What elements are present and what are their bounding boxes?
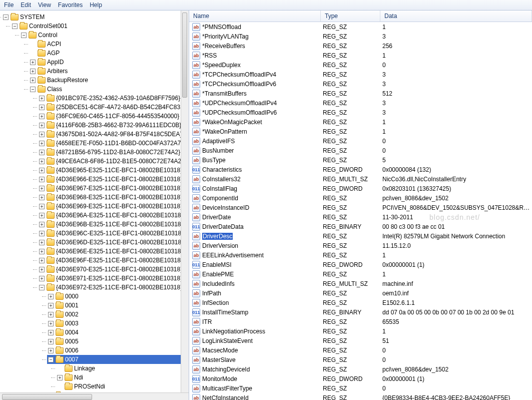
tree-item[interactable]: 0003 — [47, 319, 189, 328]
expand-icon[interactable] — [39, 276, 45, 281]
tree-item[interactable]: {4D36E96F-E325-11CE-BFC1-08002BE10318} — [38, 256, 189, 265]
tree-item[interactable]: ACPI — [29, 40, 189, 49]
expand-icon[interactable] — [39, 132, 45, 137]
tree-item[interactable]: {4D36E969-E325-11CE-BFC1-08002BE10318} — [38, 202, 189, 211]
value-row[interactable]: abMatchingDeviceIdREG_SZpci\ven_8086&dev… — [189, 364, 532, 374]
tree-item[interactable]: {4D36E96A-E325-11CE-BFC1-08002BE10318} — [38, 211, 189, 220]
expand-icon[interactable] — [39, 96, 45, 101]
collapse-icon[interactable] — [48, 357, 54, 362]
expand-icon[interactable] — [30, 69, 36, 74]
expand-icon[interactable] — [39, 249, 45, 254]
expand-icon[interactable] — [48, 330, 54, 335]
expand-icon[interactable] — [39, 123, 45, 128]
expand-icon[interactable] — [39, 204, 45, 209]
value-row[interactable]: abDriverVersionREG_SZ11.15.12.0 — [189, 241, 532, 250]
tree-item[interactable]: {091BC97E-2352-4362-A539-10A6D8FF7596} — [38, 94, 189, 103]
expand-icon[interactable] — [39, 213, 45, 218]
tree-item[interactable]: {4D36E966-E325-11CE-BFC1-08002BE10318} — [38, 175, 189, 184]
expand-icon[interactable] — [39, 267, 45, 272]
value-row[interactable]: abEEELinkAdvertisementREG_SZ1 — [189, 250, 532, 260]
tree-item[interactable]: AppID — [29, 58, 189, 67]
collapse-icon[interactable] — [30, 87, 36, 92]
menu-view[interactable]: View — [38, 2, 51, 9]
value-row[interactable]: abComponentIdREG_SZpci\ven_8086&dev_1502 — [189, 193, 532, 203]
tree-item[interactable]: {4D36E970-E325-11CE-BFC1-08002BE10318} — [38, 265, 189, 274]
expand-icon[interactable] — [48, 312, 54, 317]
expand-icon[interactable] — [39, 159, 45, 164]
value-row[interactable]: abDriverDateREG_SZ11-30-2011 — [189, 212, 532, 222]
menu-edit[interactable]: Edit — [21, 2, 31, 9]
expand-icon[interactable] — [39, 240, 45, 245]
tree-item[interactable]: 0007 — [47, 355, 189, 364]
tree-item[interactable]: {43675D81-502A-4A82-9F84-B75F418C5DEA} — [38, 130, 189, 139]
value-row[interactable]: 011MonitorModeREG_DWORD0x00000001 (1) — [189, 374, 532, 383]
menu-favorites[interactable]: Favorites — [58, 2, 83, 9]
value-row[interactable]: ab*ReceiveBuffersREG_SZ256 — [189, 41, 532, 51]
value-row[interactable]: ab*PriorityVLANTagREG_SZ3 — [189, 32, 532, 41]
tree-item[interactable]: Class — [29, 85, 189, 94]
tree-horizontal-scrollbar[interactable] — [0, 392, 189, 400]
expand-icon[interactable] — [39, 105, 45, 110]
tree-item[interactable]: SYSTEM — [2, 13, 189, 22]
value-row[interactable]: 011EnableMSIREG_DWORD0x00000001 (1) — [189, 260, 532, 269]
value-row[interactable]: abITRREG_SZ65535 — [189, 317, 532, 326]
scrollbar-thumb[interactable] — [2, 394, 92, 400]
tree-vertical-scrollbar[interactable] — [181, 11, 189, 400]
tree-item[interactable]: {4D36E971-E325-11CE-BFC1-08002BE10318} — [38, 274, 189, 283]
tree-item[interactable]: {4D36E972-E325-11CE-BFC1-08002BE10318} — [38, 283, 189, 292]
column-name-header[interactable]: Name — [189, 11, 321, 22]
tree-item[interactable]: 0005 — [47, 337, 189, 346]
tree-item[interactable]: Control — [20, 31, 189, 40]
value-row[interactable]: ab*TCPChecksumOffloadIPv4REG_SZ3 — [189, 70, 532, 79]
expand-icon[interactable] — [48, 339, 54, 344]
tree-item[interactable]: PROSetNdi — [56, 382, 189, 391]
tree-item[interactable]: BackupRestore — [29, 76, 189, 85]
value-row[interactable]: ab*PMNSOffloadREG_SZ1 — [189, 22, 532, 32]
menu-file[interactable]: File — [4, 2, 14, 9]
tree-item[interactable]: 0001 — [47, 301, 189, 310]
value-row[interactable]: abMacsecModeREG_SZ0 — [189, 345, 532, 355]
expand-icon[interactable] — [39, 168, 45, 173]
value-row[interactable]: abAdaptiveIFSREG_SZ0 — [189, 136, 532, 146]
collapse-icon[interactable] — [21, 33, 27, 38]
values-pane[interactable]: Name Type Data ab*PMNSOffloadREG_SZ1ab*P… — [189, 11, 532, 400]
value-row[interactable]: ab*TCPChecksumOffloadIPv6REG_SZ3 — [189, 79, 532, 89]
expand-icon[interactable] — [39, 141, 45, 146]
value-row[interactable]: abCoInstallers32REG_MULTI_SZNicCo36.dll,… — [189, 174, 532, 184]
tree-item[interactable]: ControlSet001 — [11, 22, 189, 31]
tree-item[interactable]: {4D36E968-E325-11CE-BFC1-08002BE10318} — [38, 193, 189, 202]
tree-item[interactable]: 0004 — [47, 328, 189, 337]
tree-item[interactable]: 0002 — [47, 310, 189, 319]
tree-item[interactable]: {4116F60B-25B3-4662-B732-99A6111EDC0B} — [38, 121, 189, 130]
value-row[interactable]: abBusTypeREG_SZ5 — [189, 155, 532, 165]
value-row[interactable]: 011DriverDateDataREG_BINARY00 80 c3 00 f… — [189, 222, 532, 231]
collapse-icon[interactable] — [12, 24, 18, 29]
tree-item[interactable]: {4658EE7E-F050-11D1-B6BD-00C04FA372A7} — [38, 139, 189, 148]
value-row[interactable]: abEnablePMEREG_SZ1 — [189, 269, 532, 279]
tree-item[interactable]: 0000 — [47, 292, 189, 301]
value-row[interactable]: ab*TransmitBuffersREG_SZ512 — [189, 89, 532, 98]
tree-item[interactable]: {4D36E96C-E325-11CE-BFC1-08002BE10318} — [38, 229, 189, 238]
value-row[interactable]: abMasterSlaveREG_SZ0 — [189, 355, 532, 364]
value-row[interactable]: 011CharacteristicsREG_DWORD0x00000084 (1… — [189, 165, 532, 174]
value-row[interactable]: 011InstallTimeStampREG_BINARYdd 07 0a 00… — [189, 307, 532, 317]
expand-icon[interactable] — [39, 150, 45, 155]
expand-icon[interactable] — [39, 186, 45, 191]
expand-icon[interactable] — [48, 303, 54, 308]
value-row[interactable]: ab*WakeOnMagicPacketREG_SZ1 — [189, 117, 532, 127]
column-type-header[interactable]: Type — [321, 11, 380, 22]
expand-icon[interactable] — [39, 258, 45, 263]
tree-item[interactable]: 0006 — [47, 346, 189, 355]
expand-icon[interactable] — [39, 231, 45, 236]
expand-icon[interactable] — [48, 348, 54, 353]
tree-item[interactable]: {48721B56-6795-11D2-B1A8-0080C72E74A2} — [38, 148, 189, 157]
value-row[interactable]: abDeviceInstanceIDREG_SZPCI\VEN_8086&DEV… — [189, 203, 532, 212]
value-row[interactable]: ab*UDPChecksumOffloadIPv6REG_SZ3 — [189, 108, 532, 117]
value-row[interactable]: abNetCfgInstanceIdREG_SZ{0BE98334-B8E4-4… — [189, 393, 532, 400]
expand-icon[interactable] — [39, 195, 45, 200]
tree-item[interactable]: {36FC9E60-C465-11CF-8056-444553540000} — [38, 112, 189, 121]
value-row[interactable]: abInfSectionREG_SZE1502.6.1.1 — [189, 298, 532, 307]
value-row[interactable]: abLinkNegotiationProcessREG_SZ1 — [189, 326, 532, 336]
tree-pane[interactable]: SYSTEMControlSet001ControlACPIAGPAppIDAr… — [0, 11, 189, 400]
tree-item[interactable]: {4D36E96B-E325-11CE-BFC1-08002BE10318} — [38, 220, 189, 229]
